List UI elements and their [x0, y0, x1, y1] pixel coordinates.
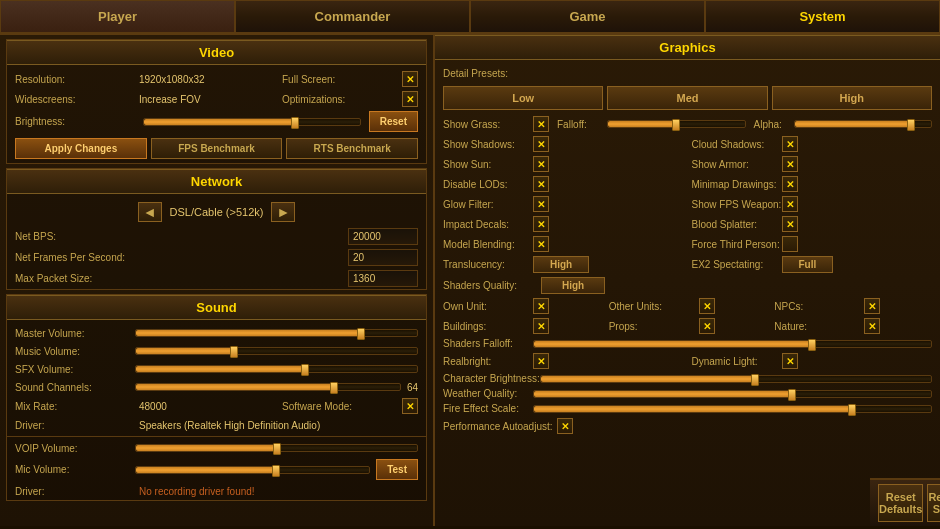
detail-presets-label-row: Detail Presets: [435, 64, 940, 82]
tab-system[interactable]: System [705, 0, 940, 33]
translucency-value[interactable]: High [533, 256, 589, 273]
max-packet-input[interactable] [348, 270, 418, 287]
force-third-checkbox[interactable] [782, 236, 798, 252]
mic-test-button[interactable]: Test [376, 459, 418, 480]
show-grass-checkbox[interactable]: ✕ [533, 116, 549, 132]
mic-volume-slider[interactable] [135, 466, 370, 474]
voip-volume-label: VOIP Volume: [15, 443, 135, 454]
show-fps-weapon-checkbox[interactable]: ✕ [782, 196, 798, 212]
video-section: Video Resolution: 1920x1080x32 Full Scre… [6, 39, 427, 164]
realbright-checkbox[interactable]: ✕ [533, 353, 549, 369]
detail-presets-buttons: Low Med High [435, 82, 940, 114]
buildings-props-row: Buildings: ✕ Props: ✕ Nature: ✕ [435, 316, 940, 336]
music-volume-label: Music Volume: [15, 346, 135, 357]
sound-section-header: Sound [7, 295, 426, 320]
model-blending-checkbox[interactable]: ✕ [533, 236, 549, 252]
right-panel: Graphics Detail Presets: Low Med High Sh… [435, 35, 940, 526]
preset-high-button[interactable]: High [772, 86, 932, 110]
perf-autoadjust-checkbox[interactable]: ✕ [557, 418, 573, 434]
resolution-label: Resolution: [15, 74, 135, 85]
buildings-cell: Buildings: ✕ [439, 316, 605, 336]
weather-quality-slider[interactable] [533, 390, 932, 398]
voip-volume-slider[interactable] [135, 444, 418, 452]
top-navigation: Player Commander Game System [0, 0, 940, 35]
shaders-falloff-slider[interactable] [533, 340, 932, 348]
ex2-spectating-value[interactable]: Full [782, 256, 834, 273]
show-grass-label: Show Grass: [443, 119, 533, 130]
brightness-label: Brightness: [15, 116, 135, 127]
glow-filter-checkbox[interactable]: ✕ [533, 196, 549, 212]
sound-channels-label: Sound Channels: [15, 382, 135, 393]
other-units-checkbox[interactable]: ✕ [699, 298, 715, 314]
sound-channels-slider[interactable] [135, 383, 401, 391]
impact-decals-checkbox[interactable]: ✕ [533, 216, 549, 232]
minimap-drawings-cell: Minimap Drawings: ✕ [688, 174, 937, 194]
npcs-checkbox[interactable]: ✕ [864, 298, 880, 314]
net-bps-input[interactable] [348, 228, 418, 245]
npcs-cell: NPCs: ✕ [770, 296, 936, 316]
fps-benchmark-button[interactable]: FPS Benchmark [151, 138, 283, 159]
fire-effect-slider[interactable] [533, 405, 932, 413]
props-cell: Props: ✕ [605, 316, 771, 336]
brightness-slider[interactable] [143, 118, 361, 126]
dynamic-light-checkbox[interactable]: ✕ [782, 353, 798, 369]
mic-driver-label: Driver: [15, 486, 135, 497]
disable-lods-cell: Disable LODs: ✕ [439, 174, 688, 194]
network-prev-button[interactable]: ◄ [138, 202, 162, 222]
shaders-falloff-label: Shaders Falloff: [443, 338, 533, 349]
software-mode-checkbox[interactable]: ✕ [402, 398, 418, 414]
apply-changes-button[interactable]: Apply Changes [15, 138, 147, 159]
show-sun-cell: Show Sun: ✕ [439, 154, 688, 174]
falloff-slider[interactable] [607, 120, 746, 128]
impact-decals-label: Impact Decals: [443, 219, 533, 230]
weather-quality-label: Weather Quality: [443, 388, 533, 399]
props-checkbox[interactable]: ✕ [699, 318, 715, 334]
nature-cell: Nature: ✕ [770, 316, 936, 336]
driver-value: Speakers (Realtek High Definition Audio) [139, 420, 320, 431]
tab-player[interactable]: Player [0, 0, 235, 33]
resolution-value: 1920x1080x32 [139, 74, 205, 85]
own-unit-cell: Own Unit: ✕ [439, 296, 605, 316]
network-connection-value: DSL/Cable (>512k) [170, 206, 264, 218]
translucency-label: Translucency: [443, 259, 533, 270]
tab-commander[interactable]: Commander [235, 0, 470, 33]
shaders-quality-value[interactable]: High [541, 277, 605, 294]
disable-lods-label: Disable LODs: [443, 179, 533, 190]
rts-benchmark-button[interactable]: RTS Benchmark [286, 138, 418, 159]
minimap-drawings-checkbox[interactable]: ✕ [782, 176, 798, 192]
buildings-checkbox[interactable]: ✕ [533, 318, 549, 334]
fullscreen-checkbox[interactable]: ✕ [402, 71, 418, 87]
net-fps-input[interactable] [348, 249, 418, 266]
max-packet-row: Max Packet Size: [7, 268, 426, 289]
show-sun-checkbox[interactable]: ✕ [533, 156, 549, 172]
other-units-label: Other Units: [609, 301, 699, 312]
cloud-shadows-cell: Cloud Shadows: ✕ [688, 134, 937, 154]
optimizations-checkbox[interactable]: ✕ [402, 91, 418, 107]
alpha-slider[interactable] [794, 120, 933, 128]
sfx-volume-slider[interactable] [135, 365, 418, 373]
network-next-button[interactable]: ► [271, 202, 295, 222]
char-brightness-slider[interactable] [540, 375, 932, 383]
music-volume-slider[interactable] [135, 347, 418, 355]
disable-lods-checkbox[interactable]: ✕ [533, 176, 549, 192]
restore-saved-button[interactable]: Restore Saved [927, 484, 940, 522]
preset-low-button[interactable]: Low [443, 86, 603, 110]
master-volume-slider[interactable] [135, 329, 418, 337]
mix-rate-row: Mix Rate: 48000 Software Mode: ✕ [7, 396, 426, 416]
show-armor-checkbox[interactable]: ✕ [782, 156, 798, 172]
show-shadows-cell: Show Shadows: ✕ [439, 134, 688, 154]
own-unit-checkbox[interactable]: ✕ [533, 298, 549, 314]
reset-button[interactable]: Reset [369, 111, 418, 132]
realbright-cell: Realbright: ✕ [439, 351, 688, 371]
show-fps-weapon-label: Show FPS Weapon: [692, 199, 782, 210]
alpha-label: Alpha: [754, 119, 794, 130]
nature-checkbox[interactable]: ✕ [864, 318, 880, 334]
cloud-shadows-checkbox[interactable]: ✕ [782, 136, 798, 152]
char-brightness-label: Character Brightness: [443, 373, 540, 384]
tab-game[interactable]: Game [470, 0, 705, 33]
reset-defaults-button[interactable]: Reset Defaults [878, 484, 923, 522]
blood-splatter-checkbox[interactable]: ✕ [782, 216, 798, 232]
preset-med-button[interactable]: Med [607, 86, 767, 110]
sfx-volume-row: SFX Volume: [7, 360, 426, 378]
show-shadows-checkbox[interactable]: ✕ [533, 136, 549, 152]
